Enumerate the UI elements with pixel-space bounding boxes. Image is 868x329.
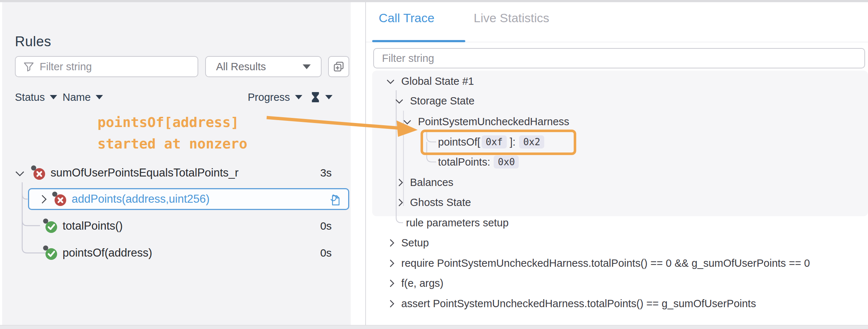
rule-name: sumOfUserPointsEqualsTotalPoints_r — [51, 166, 239, 179]
rules-filter-input[interactable] — [16, 57, 198, 76]
column-sort-progress[interactable]: Progress — [248, 89, 302, 105]
trace-node-harness[interactable]: PointSystemUncheckedHarness — [405, 114, 569, 130]
tab-call-trace[interactable]: Call Trace — [379, 11, 434, 25]
annotation-note: pointsOf[address] started at nonzero — [97, 112, 247, 155]
trace-node-ghosts-state[interactable]: Ghosts State — [397, 194, 471, 210]
expand-all-button[interactable] — [328, 56, 349, 77]
collapse-chevron-icon[interactable] — [395, 96, 403, 104]
window-bottom-strip — [0, 325, 868, 329]
expand-chevron-icon[interactable] — [387, 259, 394, 267]
rules-filter-field[interactable] — [15, 56, 198, 77]
trace-node-label: Balances — [410, 177, 453, 189]
active-tab-underline — [372, 40, 465, 42]
rule-row-totalPoints[interactable]: totalPoints() 0s — [2, 218, 351, 234]
rules-panel-title: Rules — [15, 34, 51, 49]
expand-all-icon — [332, 60, 345, 73]
sort-caret-icon — [295, 95, 302, 99]
trace-node-assert[interactable]: assert PointSystemUncheckedHarness.total… — [388, 296, 756, 312]
rules-column-headers: Status Name Progress — [2, 89, 351, 105]
rule-row-sumOfUserPointsEqualsTotalPoints[interactable]: sumOfUserPointsEqualsTotalPoints_r 3s — [2, 165, 351, 181]
sort-caret-icon — [96, 95, 103, 99]
trace-node-label: Global State #1 — [401, 75, 474, 87]
column-sort-name[interactable]: Name — [63, 89, 103, 105]
trace-node-label: Setup — [401, 237, 429, 249]
rule-verified-icon — [43, 245, 58, 261]
rule-row-addPoints-selected[interactable]: addPoints(address,uint256) — [28, 188, 349, 210]
rule-duration: 3s — [313, 167, 339, 179]
storage-key-badge: 0xf — [482, 135, 507, 148]
rule-duration: 0s — [313, 220, 339, 232]
storage-value-badge: 0x0 — [494, 155, 519, 169]
rule-name: addPoints(address,uint256) — [72, 193, 210, 206]
rules-tree-connectors — [2, 2, 351, 325]
dropdown-caret-icon — [303, 64, 311, 69]
rules-panel: Rules All Results Status Name — [2, 2, 351, 325]
trace-node-label: PointSystemUncheckedHarness — [418, 116, 569, 128]
hourglass-icon — [311, 92, 320, 103]
expand-chevron-icon[interactable] — [387, 239, 394, 246]
annotation-line2: started at nonzero — [97, 133, 247, 155]
column-sort-duration[interactable] — [311, 89, 333, 105]
prover-report-window: Rules All Results Status Name — [0, 0, 868, 329]
collapse-chevron-icon[interactable] — [403, 117, 411, 124]
expand-chevron-icon[interactable] — [395, 198, 403, 206]
rule-verified-icon — [43, 218, 58, 234]
document-share-icon[interactable] — [327, 193, 341, 207]
expand-chevron-icon[interactable] — [38, 195, 47, 203]
collapse-chevron-icon[interactable] — [387, 76, 394, 84]
rule-row-pointsOf[interactable]: pointsOf(address) 0s — [2, 245, 351, 261]
trace-node-label: f(e, args) — [401, 277, 443, 289]
collapse-chevron-icon[interactable] — [15, 167, 24, 176]
trace-node-balances[interactable]: Balances — [397, 174, 453, 190]
trace-leaf-total-points[interactable]: totalPoints: 0x0 — [438, 154, 519, 170]
rule-violated-icon — [52, 191, 67, 207]
call-trace-panel: Call Trace Live Statistics Global State … — [366, 2, 868, 325]
tab-live-statistics[interactable]: Live Statistics — [474, 11, 549, 25]
results-filter-value: All Results — [216, 61, 266, 73]
trace-leaf-points-of[interactable]: pointsOf[ 0xf ]: 0x2 — [438, 134, 544, 150]
sort-caret-icon — [325, 95, 333, 99]
expand-chevron-icon[interactable] — [395, 178, 403, 186]
column-sort-status[interactable]: Status — [15, 89, 57, 105]
rule-name: pointsOf(address) — [63, 246, 152, 259]
trace-filter-field[interactable] — [373, 48, 865, 68]
storage-value-badge: 0x2 — [519, 135, 544, 148]
rule-duration: 0s — [313, 247, 339, 259]
storage-key-label: pointsOf[ — [438, 136, 480, 148]
trace-node-label: rule parameters setup — [406, 217, 509, 229]
trace-node-global-state[interactable]: Global State #1 — [388, 73, 474, 89]
trace-node-setup[interactable]: Setup — [388, 235, 429, 251]
rule-violated-icon — [31, 165, 46, 181]
trace-filter-input[interactable] — [374, 49, 864, 68]
storage-separator: ]: — [510, 136, 515, 148]
rule-name: totalPoints() — [63, 219, 123, 233]
trace-node-label: require PointSystemUncheckedHarness.tota… — [401, 257, 810, 269]
expand-chevron-icon[interactable] — [387, 279, 394, 287]
results-filter-dropdown[interactable]: All Results — [205, 56, 322, 77]
trace-node-label: Storage State — [410, 95, 474, 107]
trace-node-storage-state[interactable]: Storage State — [397, 93, 474, 109]
annotation-line1: pointsOf[address] — [97, 112, 247, 133]
trace-leaf-rule-params[interactable]: rule parameters setup — [406, 215, 509, 231]
trace-node-label: Ghosts State — [410, 197, 471, 209]
sort-caret-icon — [50, 95, 57, 99]
trace-node-require[interactable]: require PointSystemUncheckedHarness.tota… — [388, 255, 810, 271]
trace-node-label: assert PointSystemUncheckedHarness.total… — [401, 298, 756, 310]
storage-key-label: totalPoints: — [438, 156, 490, 168]
expand-chevron-icon[interactable] — [387, 300, 394, 307]
trace-node-f-call[interactable]: f(e, args) — [388, 275, 443, 291]
